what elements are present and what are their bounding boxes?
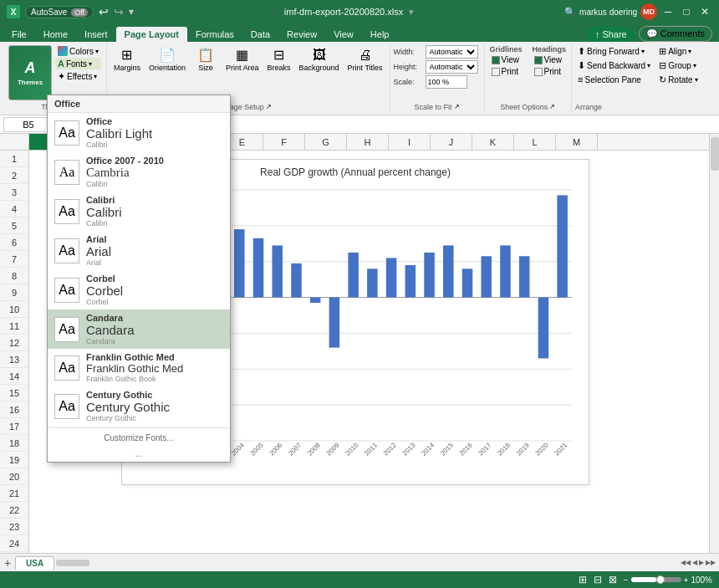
fonts-button[interactable]: A Fonts ▾ bbox=[55, 58, 101, 69]
row-num-10[interactable]: 10 bbox=[0, 301, 28, 318]
font-item-calibri[interactable]: Aa Calibri Calibri Calibri bbox=[48, 192, 230, 231]
cell-reference-input[interactable] bbox=[3, 117, 54, 132]
col-header-m[interactable]: M bbox=[556, 134, 598, 150]
group-button[interactable]: ⊟ Group ▾ bbox=[656, 59, 700, 72]
autosave-button[interactable]: AutoSave Off bbox=[25, 6, 94, 18]
themes-button[interactable]: A Themes bbox=[8, 45, 52, 100]
tab-insert[interactable]: Insert bbox=[76, 27, 116, 42]
tab-home[interactable]: Home bbox=[35, 27, 76, 42]
col-header-i[interactable]: I bbox=[389, 134, 431, 150]
share-button[interactable]: ↑ Share bbox=[587, 27, 635, 42]
customize-fonts-button[interactable]: Customize Fonts... bbox=[48, 430, 230, 446]
width-select[interactable]: Automatic bbox=[426, 45, 478, 59]
gridlines-view-checkbox[interactable]: View bbox=[490, 54, 523, 65]
row-num-7[interactable]: 7 bbox=[0, 251, 28, 268]
tab-formulas[interactable]: Formulas bbox=[187, 27, 242, 42]
sheet-options-expand[interactable]: ↗ bbox=[549, 103, 555, 110]
row-num-6[interactable]: 6 bbox=[0, 234, 28, 251]
font-item-cambria[interactable]: Aa Office 2007 - 2010 Cambria Calibri bbox=[48, 152, 230, 192]
size-button[interactable]: 📋 Size bbox=[191, 45, 221, 74]
search-icon[interactable]: 🔍 bbox=[564, 7, 576, 18]
redo-button[interactable]: ↪ bbox=[114, 5, 124, 18]
rotate-button[interactable]: ↻ Rotate ▾ bbox=[656, 74, 700, 86]
close-button[interactable]: ✕ bbox=[697, 4, 712, 19]
orientation-button[interactable]: 📄 Orientation bbox=[145, 45, 189, 74]
row-num-14[interactable]: 14 bbox=[0, 368, 28, 385]
effects-button[interactable]: ✦ Effects ▾ bbox=[55, 70, 101, 83]
zoom-in-button[interactable]: + bbox=[684, 575, 689, 585]
row-num-8[interactable]: 8 bbox=[0, 268, 28, 284]
row-num-4[interactable]: 4 bbox=[0, 201, 28, 217]
row-num-13[interactable]: 13 bbox=[0, 351, 28, 368]
colors-button[interactable]: Colors ▾ bbox=[55, 45, 101, 57]
align-button[interactable]: ⊞ Align ▾ bbox=[656, 45, 700, 58]
vertical-scrollbar[interactable] bbox=[709, 134, 719, 553]
font-item-corbel[interactable]: Aa Corbel Corbel Corbel bbox=[48, 270, 230, 309]
col-header-f[interactable]: F bbox=[263, 134, 305, 150]
row-num-15[interactable]: 15 bbox=[0, 385, 28, 401]
font-item-calibri-light[interactable]: Aa Office Calibri Light Calibri bbox=[48, 113, 230, 152]
tab-data[interactable]: Data bbox=[242, 27, 278, 42]
breaks-button[interactable]: ⊟ Breaks bbox=[263, 45, 293, 74]
font-item-candara[interactable]: Aa Candara Candara Candara bbox=[48, 309, 230, 349]
minimize-button[interactable]: ─ bbox=[660, 4, 676, 19]
row-num-2[interactable]: 2 bbox=[0, 167, 28, 184]
font-item-arial[interactable]: Aa Arial Arial Arial bbox=[48, 231, 230, 270]
row-num-17[interactable]: 17 bbox=[0, 418, 28, 435]
scale-expand[interactable]: ↗ bbox=[454, 103, 460, 110]
background-button[interactable]: 🖼 Background bbox=[296, 45, 343, 74]
row-num-3[interactable]: 3 bbox=[0, 184, 28, 201]
row-num-22[interactable]: 22 bbox=[0, 502, 28, 519]
headings-section: Headings View Print bbox=[533, 45, 567, 102]
sheet-tab-usa[interactable]: USA bbox=[15, 556, 54, 570]
undo-button[interactable]: ↩ bbox=[99, 5, 109, 18]
headings-view-checkbox[interactable]: View bbox=[533, 54, 567, 65]
col-header-k[interactable]: K bbox=[472, 134, 514, 150]
tab-file[interactable]: File bbox=[3, 27, 35, 42]
tab-help[interactable]: Help bbox=[362, 27, 398, 42]
row-num-20[interactable]: 20 bbox=[0, 468, 28, 485]
margins-button[interactable]: ⊞ Margins bbox=[110, 45, 144, 74]
col-header-l[interactable]: L bbox=[514, 134, 556, 150]
selection-pane-button[interactable]: ≡ Selection Pane bbox=[575, 74, 653, 85]
row-num-23[interactable]: 23 bbox=[0, 519, 28, 535]
font-item-franklin[interactable]: Aa Franklin Gothic Med Franklin Gothic M… bbox=[48, 349, 230, 386]
row-num-5[interactable]: 5 bbox=[0, 217, 28, 234]
normal-view-button[interactable]: ⊞ bbox=[579, 574, 587, 585]
col-header-g[interactable]: G bbox=[305, 134, 347, 150]
row-num-9[interactable]: 9 bbox=[0, 284, 28, 301]
page-setup-expand[interactable]: ↗ bbox=[266, 103, 272, 110]
col-header-j[interactable]: J bbox=[431, 134, 472, 150]
row-num-19[interactable]: 19 bbox=[0, 452, 28, 468]
row-num-18[interactable]: 18 bbox=[0, 435, 28, 452]
scale-input[interactable] bbox=[426, 75, 467, 89]
gridlines-print-checkbox[interactable]: Print bbox=[490, 66, 523, 77]
col-header-h[interactable]: H bbox=[347, 134, 389, 150]
row-num-1[interactable]: 1 bbox=[0, 151, 28, 167]
tab-review[interactable]: Review bbox=[278, 27, 325, 42]
tab-view[interactable]: View bbox=[325, 27, 362, 42]
page-layout-view-button[interactable]: ⊟ bbox=[594, 574, 602, 585]
font-item-century-gothic[interactable]: Aa Century Gothic Century Gothic Century… bbox=[48, 386, 230, 426]
bring-forward-button[interactable]: ⬆ Bring Forward ▾ bbox=[575, 45, 653, 58]
tab-page-layout[interactable]: Page Layout bbox=[116, 27, 187, 42]
row-num-12[interactable]: 12 bbox=[0, 335, 28, 351]
row-num-16[interactable]: 16 bbox=[0, 401, 28, 418]
print-area-button[interactable]: ▦ Print Area bbox=[222, 45, 263, 74]
add-sheet-button[interactable]: + bbox=[0, 555, 15, 570]
comments-button[interactable]: 💬 Comments bbox=[639, 26, 712, 42]
maximize-button[interactable]: □ bbox=[679, 4, 694, 19]
row-num-25[interactable]: 25 bbox=[0, 552, 28, 553]
row-num-11[interactable]: 11 bbox=[0, 318, 28, 335]
page-break-view-button[interactable]: ⊠ bbox=[609, 574, 617, 585]
send-backward-button[interactable]: ⬇ Send Backward ▾ bbox=[575, 59, 653, 72]
horizontal-scroll[interactable] bbox=[54, 558, 677, 568]
zoom-slider[interactable] bbox=[631, 577, 681, 582]
zoom-out-button[interactable]: − bbox=[624, 575, 629, 585]
row-num-21[interactable]: 21 bbox=[0, 485, 28, 502]
print-titles-button[interactable]: 🖨 Print Titles bbox=[344, 45, 386, 74]
headings-print-checkbox[interactable]: Print bbox=[533, 66, 567, 77]
profile-avatar[interactable]: MD bbox=[640, 3, 657, 20]
row-num-24[interactable]: 24 bbox=[0, 535, 28, 552]
height-select[interactable]: Automatic bbox=[426, 60, 478, 74]
